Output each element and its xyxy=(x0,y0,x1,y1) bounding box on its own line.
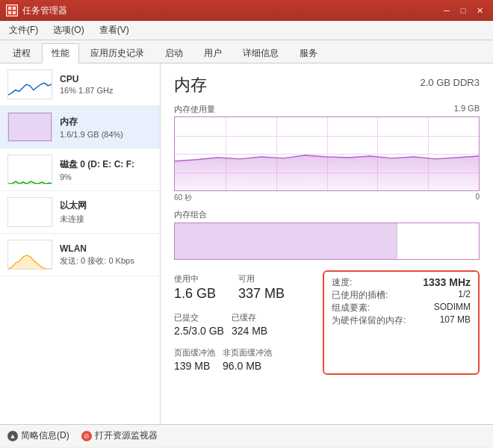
panel-header: 内存 2.0 GB DDR3 xyxy=(174,74,480,96)
window-controls: ─ □ ✕ xyxy=(439,4,487,17)
tab-services[interactable]: 服务 xyxy=(290,43,327,63)
chart-label: 内存使用量 xyxy=(174,104,215,115)
form-value: SODIMM xyxy=(434,302,471,314)
stat-in-use-label: 使用中 xyxy=(174,273,216,284)
window-title: 任务管理器 xyxy=(22,4,67,17)
right-stat-speed: 速度: 1333 MHz xyxy=(332,276,471,289)
speed-value: 1333 MHz xyxy=(423,276,471,289)
cpu-detail: 16% 1.87 GHz xyxy=(60,86,152,95)
cpu-thumbnail xyxy=(7,69,52,99)
stat-available: 可用 337 MB xyxy=(238,270,285,305)
ethernet-name: 以太网 xyxy=(60,199,152,212)
stat-committed-value: 2.5/3.0 GB xyxy=(174,325,224,337)
stat-paged-pool-label: 页面缓冲池 xyxy=(174,347,215,358)
ethernet-detail: 未连接 xyxy=(60,214,152,225)
tab-performance[interactable]: 性能 xyxy=(42,43,79,63)
tab-startup[interactable]: 启动 xyxy=(155,43,193,63)
stats-left: 使用中 1.6 GB 可用 337 MB 已提交 2.5/3.0 GB 已缓存 xyxy=(174,270,315,375)
title-bar: 任务管理器 ─ □ ✕ xyxy=(0,0,493,21)
title-bar-left: 任务管理器 xyxy=(6,4,67,17)
main-chart xyxy=(174,116,480,191)
footer: ▲ 简略信息(D) ⊘ 打开资源监视器 xyxy=(0,424,493,447)
memory-name: 内存 xyxy=(60,116,152,128)
combo-label: 内存组合 xyxy=(174,209,480,220)
resource-monitor-icon: ⊘ xyxy=(81,431,92,441)
ethernet-info: 以太网 未连接 xyxy=(60,199,152,225)
panel-title-text: 内存 xyxy=(174,74,207,96)
tab-users[interactable]: 用户 xyxy=(194,43,232,63)
tab-details[interactable]: 详细信息 xyxy=(233,43,288,63)
wlan-name: WLAN xyxy=(60,243,152,254)
tab-app-history[interactable]: 应用历史记录 xyxy=(81,43,154,63)
stat-nonpaged-pool-label: 非页面缓冲池 xyxy=(223,347,272,358)
sidebar-item-disk[interactable]: 磁盘 0 (D: E: C: F: 9% xyxy=(0,149,160,191)
ethernet-thumbnail xyxy=(7,197,52,227)
stat-nonpaged-pool-value: 96.0 MB xyxy=(223,360,272,372)
maximize-button[interactable]: □ xyxy=(456,4,471,17)
close-button[interactable]: ✕ xyxy=(472,4,487,17)
tabs-bar: 进程 性能 应用历史记录 启动 用户 详细信息 服务 xyxy=(0,40,493,63)
svg-rect-2 xyxy=(8,11,11,14)
sidebar-item-cpu[interactable]: CPU 16% 1.87 GHz xyxy=(0,63,160,106)
menu-options[interactable]: 选项(O) xyxy=(47,22,90,38)
combo-divider xyxy=(397,223,397,259)
right-stat-reserved: 为硬件保留的内存: 107 MB xyxy=(332,314,471,327)
wlan-info: WLAN 发送: 0 接收: 0 Kbps xyxy=(60,243,152,267)
footer-summary[interactable]: ▲ 简略信息(D) xyxy=(7,429,69,442)
right-stat-form: 组成要素: SODIMM xyxy=(332,302,471,314)
svg-rect-0 xyxy=(8,7,11,10)
stat-cached: 已缓存 324 MB xyxy=(232,309,267,340)
right-stat-slots: 已使用的插槽: 1/2 xyxy=(332,289,471,302)
stat-available-value: 337 MB xyxy=(238,286,285,302)
disk-name: 磁盘 0 (D: E: C: F: xyxy=(60,158,152,171)
memory-thumbnail xyxy=(7,112,52,142)
slots-value: 1/2 xyxy=(458,289,471,302)
app-icon xyxy=(6,4,18,16)
wlan-detail: 发送: 0 接收: 0 Kbps xyxy=(60,255,152,267)
disk-detail: 9% xyxy=(60,172,152,181)
svg-marker-4 xyxy=(175,155,479,190)
stat-cached-value: 324 MB xyxy=(232,325,267,337)
speed-label: 速度: xyxy=(332,276,352,289)
cpu-name: CPU xyxy=(60,74,152,84)
panel-subtitle-text: 2.0 GB DDR3 xyxy=(421,77,480,88)
svg-rect-1 xyxy=(13,7,16,10)
sidebar-item-ethernet[interactable]: 以太网 未连接 xyxy=(0,191,160,234)
menu-file[interactable]: 文件(F) xyxy=(3,22,44,38)
stat-nonpaged-pool: 非页面缓冲池 96.0 MB xyxy=(223,344,272,375)
footer-resource-label: 打开资源监视器 xyxy=(95,429,158,442)
sidebar-item-memory[interactable]: 内存 1.6/1.9 GB (84%) xyxy=(0,106,160,149)
chart-label-row: 内存使用量 1.9 GB xyxy=(174,104,480,115)
chart-max: 1.9 GB xyxy=(454,104,480,115)
wlan-thumbnail xyxy=(7,240,52,270)
stat-committed: 已提交 2.5/3.0 GB xyxy=(174,309,224,340)
combo-chart xyxy=(174,223,480,260)
stats-bottom: 使用中 1.6 GB 可用 337 MB 已提交 2.5/3.0 GB 已缓存 xyxy=(174,270,480,375)
memory-detail: 1.6/1.9 GB (84%) xyxy=(60,130,152,139)
chart-section: 内存使用量 1.9 GB xyxy=(174,104,480,203)
time-labels: 60 秒 0 xyxy=(174,193,480,203)
slots-label: 已使用的插槽: xyxy=(332,289,388,302)
stat-in-use-value: 1.6 GB xyxy=(174,286,216,302)
time-left: 60 秒 xyxy=(174,193,192,203)
sidebar-item-wlan[interactable]: WLAN 发送: 0 接收: 0 Kbps xyxy=(0,234,160,276)
reserved-value: 107 MB xyxy=(440,314,471,327)
stat-in-use: 使用中 1.6 GB xyxy=(174,270,216,305)
svg-rect-3 xyxy=(13,11,16,14)
menu-bar: 文件(F) 选项(O) 查看(V) xyxy=(0,21,493,40)
sidebar: CPU 16% 1.87 GHz 内存 1.6/1.9 GB (84%) xyxy=(0,63,161,424)
form-label: 组成要素: xyxy=(332,302,370,314)
time-right: 0 xyxy=(475,193,480,203)
cpu-info: CPU 16% 1.87 GHz xyxy=(60,74,152,95)
memory-info: 内存 1.6/1.9 GB (84%) xyxy=(60,116,152,139)
tab-processes[interactable]: 进程 xyxy=(3,43,40,63)
footer-summary-label: 简略信息(D) xyxy=(21,429,69,442)
stat-paged-pool-value: 139 MB xyxy=(174,360,215,372)
main-content: CPU 16% 1.87 GHz 内存 1.6/1.9 GB (84%) xyxy=(0,63,493,424)
footer-resource-monitor[interactable]: ⊘ 打开资源监视器 xyxy=(81,429,158,442)
stat-cached-label: 已缓存 xyxy=(232,312,267,323)
menu-view[interactable]: 查看(V) xyxy=(93,22,135,38)
minimize-button[interactable]: ─ xyxy=(439,4,454,17)
right-panel: 内存 2.0 GB DDR3 内存使用量 1.9 GB xyxy=(161,63,493,424)
stat-available-label: 可用 xyxy=(238,273,285,284)
